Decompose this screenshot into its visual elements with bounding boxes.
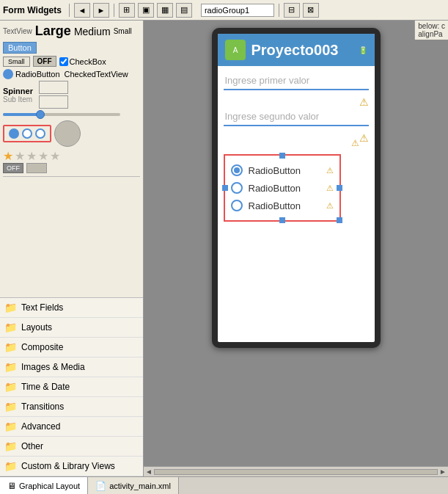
radio-label-3: RadioButton (249, 200, 301, 211)
sidebar-item-label: Images & Media (21, 362, 85, 372)
sidebar-item-text-fields[interactable]: 📁 Text Fields (0, 298, 143, 318)
folder-icon: 📁 (4, 460, 17, 472)
resize-handle-top[interactable] (279, 153, 285, 159)
warning-icon-top: ⚠ (351, 138, 359, 148)
scroll-track[interactable] (154, 469, 438, 475)
radio-label-1: RadioButton (249, 165, 301, 176)
textview-label: TextView (3, 27, 32, 35)
right-panel-text2: alignPa (418, 30, 445, 38)
resize-handle-bottom-right[interactable] (337, 217, 342, 223)
spinner-sub-label: Sub Item (3, 95, 33, 103)
folder-icon: 📁 (4, 302, 17, 313)
slider-thumb[interactable] (36, 110, 45, 119)
separator2 (114, 4, 114, 17)
radio-dot-selected (9, 128, 19, 139)
toggle-switch: OFF (3, 163, 140, 173)
tab-activity-main[interactable]: 📄 activity_main.xml (88, 477, 179, 494)
star-5[interactable]: ★ (50, 149, 60, 163)
scroll-right-icon[interactable]: ► (439, 468, 447, 476)
sidebar-item-label: Advanced (21, 421, 60, 432)
sidebar-item-label: Layouts (21, 322, 52, 333)
nav-items: 📁 Text Fields 📁 Layouts 📁 Composite 📁 Im… (0, 297, 143, 476)
checkbox-widget: CheckBox (59, 57, 106, 66)
layout-btn4[interactable]: ▤ (176, 3, 192, 18)
sidebar-item-transitions[interactable]: 📁 Transitions (0, 397, 143, 417)
radio-dot-1 (3, 69, 13, 79)
folder-icon: 📁 (4, 322, 17, 333)
app-icon: A (225, 40, 246, 60)
checkedtextview-label: CheckedTextView (65, 70, 128, 79)
sidebar-item-layouts[interactable]: 📁 Layouts (0, 318, 143, 338)
resize-handle-right[interactable] (337, 185, 342, 191)
text-widget-row: TextView Large Medium Small Button (3, 23, 140, 54)
panel-title: Form Widgets (3, 5, 62, 15)
slider-track (3, 113, 120, 116)
sidebar-item-label: Text Fields (21, 302, 63, 313)
button-widget[interactable]: Button (3, 42, 37, 54)
layout-btn1[interactable]: ⊞ (119, 3, 135, 18)
spinner-box-1[interactable] (39, 81, 68, 94)
folder-icon: 📁 (4, 440, 17, 452)
widgets-area: TextView Large Medium Small Button Small… (0, 21, 143, 297)
radio-item-2[interactable]: RadioButton ⚠ (231, 179, 334, 197)
view-btn2[interactable]: ⊠ (303, 3, 319, 18)
radio-item-3[interactable]: RadioButton ⚠ (231, 197, 334, 214)
left-panel: TextView Large Medium Small Button Small… (0, 21, 144, 476)
sidebar-item-advanced[interactable]: 📁 Advanced (0, 417, 143, 437)
tab-activity-main-label: activity_main.xml (109, 482, 171, 490)
sidebar-item-custom-library[interactable]: 📁 Custom & Library Views (0, 457, 143, 476)
resize-handle-bottom[interactable] (279, 217, 285, 223)
input2-field[interactable] (224, 108, 369, 126)
radio-label-2: RadioButton (249, 183, 301, 194)
layout-btn2[interactable]: ▣ (138, 3, 154, 18)
checkbox-input[interactable] (59, 57, 68, 66)
slider-fill (3, 113, 38, 116)
star-1[interactable]: ★ (3, 149, 13, 163)
star-3[interactable]: ★ (26, 149, 37, 163)
radio-warning-1: ⚠ (326, 166, 334, 175)
folder-icon: 📁 (4, 381, 17, 393)
nav-right-btn[interactable]: ► (93, 3, 109, 18)
view-btn1[interactable]: ⊟ (284, 3, 300, 18)
spinner-row: Spinner Sub Item (3, 81, 140, 109)
tab-graphical-layout[interactable]: 🖥 Graphical Layout (0, 477, 88, 494)
avatar (54, 120, 81, 147)
radio-item-1[interactable]: RadioButton ⚠ (231, 161, 334, 179)
status-icons: 🔋 (359, 46, 367, 54)
activity-main-icon: 📄 (95, 481, 106, 491)
toggle-on[interactable] (26, 163, 47, 173)
toggle-off[interactable]: OFF (3, 163, 23, 173)
star-2[interactable]: ★ (15, 149, 25, 163)
large-text: Large (35, 23, 71, 39)
sidebar-item-time-date[interactable]: 📁 Time & Date (0, 377, 143, 397)
svg-text:A: A (232, 46, 238, 54)
horizontal-scrollbar[interactable]: ◄ ► (144, 466, 448, 476)
warning-icon-2: ⚠ (359, 132, 369, 144)
right-panel-hint: below: c alignPa (414, 21, 448, 40)
radio-dot-3 (35, 128, 45, 139)
input2-container: ⚠ (224, 102, 369, 132)
small-btn[interactable]: Small (3, 57, 30, 67)
sidebar-item-label: Transitions (21, 402, 64, 412)
scroll-left-icon[interactable]: ◄ (145, 468, 153, 476)
section-separator (3, 176, 140, 177)
star-4[interactable]: ★ (38, 149, 48, 163)
sidebar-item-composite[interactable]: 📁 Composite (0, 338, 143, 357)
separator3 (279, 4, 279, 17)
radio-group-container[interactable]: RadioButton ⚠ RadioButton ⚠ RadioBut (224, 154, 341, 222)
folder-icon: 📁 (4, 361, 17, 373)
off-btn[interactable]: OFF (33, 56, 56, 67)
top-toolbar: Form Widgets ◄ ► ⊞ ▣ ▦ ▤ ⊟ ⊠ (0, 0, 448, 21)
input1-field[interactable] (224, 72, 369, 90)
sidebar-item-other[interactable]: 📁 Other (0, 437, 143, 457)
sidebar-item-images-media[interactable]: 📁 Images & Media (0, 357, 143, 377)
layout-btn3[interactable]: ▦ (157, 3, 173, 18)
resize-handle-left[interactable] (222, 185, 228, 191)
device-screen: A Proyecto003 🔋 ⚠ (218, 34, 375, 342)
radiogroup-input[interactable] (201, 4, 274, 17)
nav-left-btn[interactable]: ◄ (74, 3, 90, 18)
radio-circle-3 (231, 200, 243, 211)
spinner-box-2[interactable] (39, 95, 68, 109)
sidebar-item-label: Other (21, 441, 43, 451)
radio-warning-2: ⚠ (326, 184, 334, 193)
